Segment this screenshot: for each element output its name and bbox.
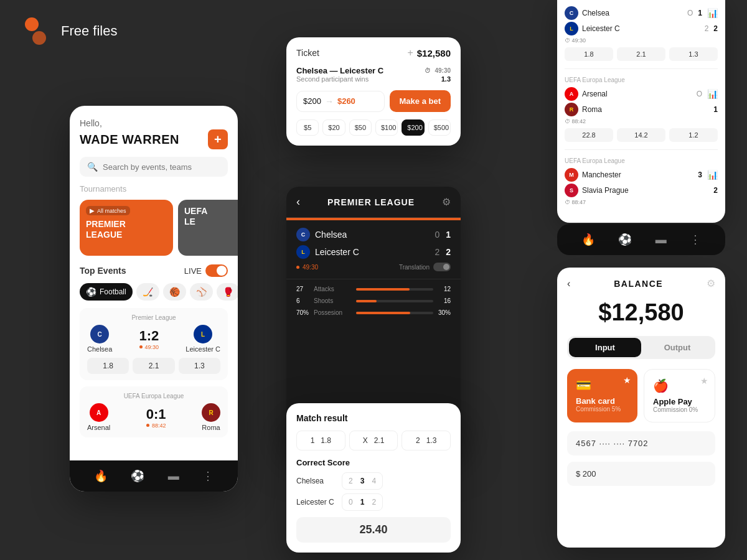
- back-icon[interactable]: ‹: [296, 195, 300, 208]
- arrow-icon: →: [325, 96, 334, 106]
- match-card-2: UEFA Europa League A Arsenal 0:1 88:42 R…: [80, 386, 228, 437]
- result-odd-2[interactable]: 2 1.3: [402, 431, 451, 450]
- make-bet-button[interactable]: Make a bet: [390, 90, 451, 112]
- tournaments-row: ▶ All matches PREMIERLEAGUE UEFALE: [80, 200, 228, 256]
- cs-options-leicester[interactable]: 0 1 2: [342, 493, 383, 511]
- ticket-desc: Second participant wins 1.3: [296, 75, 451, 83]
- right-navbar: 🔥 ⚽ ▬ ⋮: [557, 224, 725, 255]
- rt-odd-2-1[interactable]: 22.8: [565, 128, 613, 142]
- rt-odds-2: 22.8 14.2 1.2: [565, 128, 718, 142]
- qa-500[interactable]: $500: [428, 119, 451, 136]
- nav-wallet-icon[interactable]: ▬: [168, 470, 179, 483]
- qa-100[interactable]: $100: [375, 119, 398, 136]
- correct-score-chelsea: Chelsea 2 3 4: [296, 472, 451, 490]
- odd-btn-2[interactable]: 2.1: [133, 358, 174, 374]
- rt-odd-1-3[interactable]: 1.3: [669, 47, 718, 61]
- pl-header: ‹ PREMIER LEAGUE ⚙: [286, 187, 461, 218]
- tournament-card-uel[interactable]: UEFALE: [178, 200, 238, 256]
- header: Free files: [0, 0, 142, 62]
- rt-nav-more[interactable]: ⋮: [690, 233, 701, 246]
- settings-icon[interactable]: ⚙: [442, 196, 451, 208]
- ticket-amount-input[interactable]: $200 → $260: [296, 91, 385, 112]
- nav-more-icon[interactable]: ⋮: [202, 469, 214, 483]
- qa-50[interactable]: $50: [349, 119, 372, 136]
- qa-5[interactable]: $5: [296, 119, 319, 136]
- possesion-val-right: 30%: [438, 309, 451, 316]
- cs-opt-2[interactable]: 2: [346, 475, 355, 487]
- balance-back-icon[interactable]: ‹: [567, 278, 570, 289]
- cs-options-chelsea[interactable]: 2 3 4: [342, 472, 383, 490]
- tab-output[interactable]: Output: [641, 338, 713, 357]
- pl-stat-possesion: 70% Possesion 30%: [296, 309, 451, 316]
- result-odd-1[interactable]: 1 1.8: [296, 431, 345, 450]
- live-dot-2: [146, 424, 149, 427]
- rt-odd-2-3[interactable]: 1.2: [669, 128, 718, 142]
- rt-match-1: C Chelsea O 1 📊 L Leicester C 2 2 ⏱ 49:3…: [565, 6, 718, 69]
- tournament-card-premier[interactable]: ▶ All matches PREMIERLEAGUE: [80, 200, 173, 256]
- score-1: 1:2: [139, 328, 159, 344]
- nav-soccer-icon[interactable]: ⚽: [131, 469, 144, 483]
- rt-odd-2-2[interactable]: 14.2: [617, 128, 665, 142]
- amount-field[interactable]: $ 200: [567, 462, 715, 486]
- tab-input[interactable]: Input: [569, 338, 641, 357]
- rt-team-row-roma: R Roma 1: [565, 103, 718, 116]
- add-button[interactable]: +: [208, 129, 228, 149]
- sport-tab-baseball[interactable]: ⚾: [190, 283, 213, 301]
- rt-odd-1-2[interactable]: 2.1: [617, 47, 665, 61]
- cs-opt-0[interactable]: 0: [346, 497, 355, 508]
- result-odd-x[interactable]: X 2.1: [349, 431, 398, 450]
- top-events-header: Top Events LIVE: [80, 264, 228, 277]
- balance-settings-icon[interactable]: ⚙: [707, 278, 715, 289]
- pl-match: C Chelsea 0 1 L Leicester C 2 2 49:30: [286, 220, 461, 279]
- search-bar[interactable]: 🔍: [80, 157, 228, 177]
- rt-roma-logo: R: [565, 103, 578, 116]
- ticket-input-row: $200 → $260 Make a bet: [296, 90, 451, 112]
- rt-chelsea-score1: O: [687, 9, 693, 17]
- cs-opt-4[interactable]: 4: [369, 475, 378, 487]
- live-label: LIVE: [184, 266, 202, 276]
- mma-icon: 🥊: [223, 287, 233, 297]
- rt-nav-soccer[interactable]: ⚽: [618, 233, 632, 246]
- search-input[interactable]: [103, 162, 220, 172]
- rt-leicester-logo: L: [565, 22, 578, 35]
- rt-nav-wallet[interactable]: ▬: [655, 233, 667, 246]
- sport-tab-basketball[interactable]: 🏀: [163, 283, 186, 301]
- balance-title: BALANCE: [614, 279, 663, 289]
- team-chelsea: C Chelsea: [87, 325, 112, 353]
- rt-slavia-scores: 2: [713, 186, 718, 195]
- live-toggle[interactable]: LIVE: [184, 264, 228, 277]
- cs-opt-3[interactable]: 3: [358, 475, 367, 487]
- odd-btn-3[interactable]: 1.3: [179, 358, 220, 374]
- hockey-icon: 🏒: [143, 287, 153, 297]
- football-label: Football: [100, 287, 126, 296]
- sport-tab-mma[interactable]: 🥊: [217, 283, 238, 301]
- shoots-val-left: 6: [296, 297, 309, 304]
- all-matches-link[interactable]: ▶ All matches: [86, 206, 130, 215]
- rt-odd-1-1[interactable]: 1.8: [565, 47, 613, 61]
- odd-btn-1[interactable]: 1.8: [87, 358, 129, 374]
- card-number-field[interactable]: 4567 ···· ···· 7702: [567, 431, 715, 455]
- pl-team-leicester: L Leicester C: [296, 245, 359, 259]
- ticket-header: Ticket + $12,580: [296, 47, 451, 58]
- bank-card-option[interactable]: 💳 Bank card Commission 5% ★: [567, 369, 637, 422]
- balance-tabs: Input Output: [567, 336, 715, 359]
- greeting-label: Hello,: [80, 118, 228, 128]
- toggle-switch[interactable]: [205, 264, 228, 277]
- sport-tab-football[interactable]: ⚽ Football: [80, 283, 133, 301]
- rt-man-score: 3: [698, 170, 702, 179]
- rt-arsenal-logo: A: [565, 87, 578, 101]
- cs-opt-1[interactable]: 1: [358, 497, 367, 508]
- nav-fire-icon[interactable]: 🔥: [94, 469, 108, 483]
- pl-stat-attacks: 27 Attacks 12: [296, 286, 451, 292]
- rt-nav-fire[interactable]: 🔥: [581, 233, 595, 246]
- qa-20[interactable]: $20: [322, 119, 345, 136]
- sport-tab-hockey[interactable]: 🏒: [136, 283, 159, 301]
- balance-amount: $12,580: [567, 299, 715, 326]
- qa-200[interactable]: $200: [402, 119, 424, 136]
- apple-pay-option[interactable]: 🍎 Apple Pay Commission 0% ★: [644, 369, 715, 422]
- translation-toggle[interactable]: [433, 263, 451, 271]
- rt-team-row-arsenal: A Arsenal O 📊: [565, 87, 718, 101]
- score-2: 0:1: [146, 406, 166, 422]
- cs-opt-2b[interactable]: 2: [369, 497, 378, 508]
- rt-roma-score: 1: [713, 105, 718, 114]
